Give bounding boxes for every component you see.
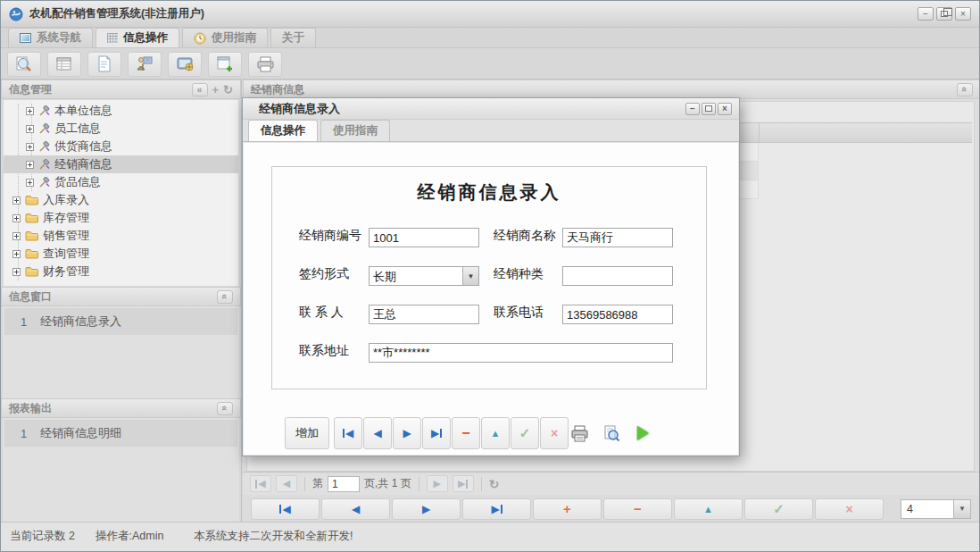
cancel-button[interactable]: ×	[815, 498, 884, 520]
page-number-input[interactable]	[328, 476, 360, 492]
tool-icon	[38, 177, 50, 188]
tree-item-finance-management[interactable]: 财务管理	[4, 263, 238, 280]
last-record-icon: ▶	[431, 427, 439, 439]
monitor-window-button[interactable]	[168, 52, 202, 77]
contract-type-select[interactable]: 长期 ▼	[369, 266, 479, 286]
expand-plus-icon[interactable]	[26, 143, 34, 151]
form-add-button[interactable]	[208, 52, 242, 77]
tree-item-goods-info[interactable]: 货品信息	[4, 173, 238, 191]
first-record-button[interactable]: ◀	[334, 417, 362, 449]
report-output-panel-header: 报表输出 «	[1, 398, 241, 418]
dialog-close-button[interactable]: ×	[718, 103, 732, 115]
prev-record-button[interactable]: ◀	[321, 498, 390, 520]
preview-button[interactable]	[597, 417, 625, 449]
dropdown-button[interactable]: ▼	[462, 267, 478, 285]
menu-tab-label: 信息操作	[123, 30, 168, 46]
delete-record-button[interactable]: −	[452, 417, 480, 449]
menu-tab-user-guide[interactable]: 使用指南	[182, 28, 268, 47]
expand-plus-icon[interactable]	[12, 250, 21, 258]
window-minimize-button[interactable]: −	[918, 7, 934, 21]
chevron-down-icon: ▼	[959, 505, 966, 513]
next-record-button[interactable]: ▶	[393, 417, 421, 449]
confirm-button[interactable]: ✓	[744, 498, 813, 520]
address-input[interactable]	[369, 343, 673, 363]
collapse-up-button[interactable]: «	[217, 290, 233, 304]
tree-item-company-info[interactable]: 本单位信息	[4, 102, 238, 120]
add-record-button[interactable]: +	[533, 498, 602, 520]
tree-item-inbound-entry[interactable]: 入库录入	[4, 191, 238, 209]
menu-tab-about[interactable]: 关于	[270, 28, 316, 47]
user-chart-button[interactable]	[128, 52, 162, 77]
preview-icon	[602, 425, 620, 442]
page-size-dropdown[interactable]: 4 ▼	[901, 499, 971, 519]
window-close-button[interactable]: ×	[955, 7, 971, 21]
window-restore-button[interactable]	[936, 7, 952, 21]
expand-plus-icon[interactable]	[12, 268, 21, 276]
cancel-button[interactable]: ×	[540, 417, 569, 449]
tree-item-sales-management[interactable]: 销售管理	[4, 227, 238, 245]
collapse-up-button[interactable]: «	[217, 402, 233, 415]
prev-record-button[interactable]: ◀	[363, 417, 392, 449]
document-button[interactable]	[87, 52, 121, 77]
expand-plus-icon[interactable]	[12, 232, 21, 240]
tool-icon	[38, 105, 50, 117]
dialog-minimize-button[interactable]: −	[685, 103, 700, 115]
tree-item-supplier-info[interactable]: 供货商信息	[4, 138, 238, 155]
bottom-toolbar: ◀ ◀ ▶ ▶ + − ▲ ✓ × 4 ▼	[243, 495, 979, 523]
tree-item-inventory-management[interactable]: 库存管理	[4, 209, 238, 227]
expand-plus-icon[interactable]	[26, 125, 34, 133]
first-page-button[interactable]: ◀	[250, 475, 271, 492]
dealer-no-label: 经销商编号	[299, 228, 361, 244]
phone-input[interactable]	[562, 305, 673, 324]
run-report-button[interactable]	[629, 417, 657, 449]
dealer-no-input[interactable]	[369, 228, 479, 247]
next-record-button[interactable]: ▶	[392, 498, 461, 520]
first-record-button[interactable]: ◀	[251, 498, 320, 520]
search-document-button[interactable]	[7, 52, 41, 77]
dealer-form: 经销商信息录入 经销商编号 经销商名称 签约形式 长期 ▼ 经销种类	[271, 166, 707, 389]
expand-plus-icon[interactable]	[12, 214, 21, 222]
refresh-panel-icon[interactable]: ↻	[223, 83, 233, 96]
report-output-item[interactable]: 1 经销商信息明细	[4, 420, 237, 447]
tree-item-query-management[interactable]: 查询管理	[4, 245, 238, 263]
clock-icon	[194, 32, 206, 45]
printer-button[interactable]	[248, 52, 282, 77]
dialog-tab-user-guide[interactable]: 使用指南	[320, 120, 390, 141]
tree-item-dealer-info[interactable]: 经销商信息	[4, 155, 238, 173]
dialog-maximize-button[interactable]	[702, 103, 716, 115]
edit-record-button[interactable]: ▲	[481, 417, 510, 449]
next-page-button[interactable]: ▶	[427, 475, 448, 492]
delete-record-button[interactable]: −	[603, 498, 672, 520]
menu-tab-system-nav[interactable]: 系统导航	[8, 28, 93, 47]
menu-tab-info-operation[interactable]: 信息操作	[96, 28, 179, 47]
info-tree: 本单位信息 员工信息 供货商信息 经销商信息 货品信息	[3, 99, 239, 287]
tree-item-employee-info[interactable]: 员工信息	[4, 120, 238, 138]
confirm-button[interactable]: ✓	[511, 417, 539, 449]
refresh-grid-icon[interactable]: ↻	[489, 477, 500, 491]
expand-plus-icon[interactable]	[12, 197, 21, 205]
collapse-up-button[interactable]: «	[957, 83, 973, 96]
contact-input[interactable]	[369, 305, 479, 324]
collapse-left-button[interactable]: «	[192, 83, 208, 96]
last-page-button[interactable]: ▶	[453, 475, 474, 492]
dialog-tab-info-operation[interactable]: 信息操作	[248, 120, 318, 141]
print-button[interactable]	[566, 417, 594, 449]
dealer-name-input[interactable]	[562, 228, 673, 247]
prev-page-button[interactable]: ◀	[276, 475, 297, 492]
add-button[interactable]: 增加	[285, 417, 329, 449]
tool-bar	[1, 49, 979, 79]
first-record-icon: ◀	[345, 427, 353, 439]
dialog-tab-label: 信息操作	[261, 123, 305, 138]
expand-plus-icon[interactable]	[26, 161, 34, 169]
info-window-item[interactable]: 1 经销商信息录入	[4, 308, 237, 335]
dealer-kind-input[interactable]	[562, 266, 673, 286]
expand-plus-icon[interactable]	[26, 179, 34, 187]
expand-plus-icon[interactable]	[26, 107, 34, 115]
add-panel-icon[interactable]: +	[212, 83, 220, 96]
table-list-button[interactable]	[47, 52, 81, 77]
monitor-window-icon	[176, 56, 195, 72]
dropdown-button[interactable]: ▼	[953, 500, 970, 518]
last-record-button[interactable]: ▶	[422, 417, 451, 449]
last-record-button[interactable]: ▶	[462, 498, 531, 520]
edit-record-button[interactable]: ▲	[674, 498, 743, 520]
